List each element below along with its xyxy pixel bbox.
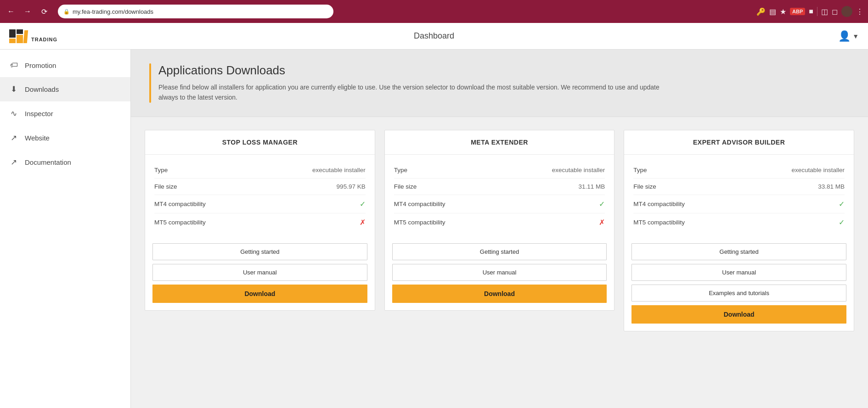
- row-value: executable installer: [312, 167, 366, 173]
- download-button-expert-advisor-builder[interactable]: Download: [631, 305, 846, 324]
- app-header: TRADING Dashboard 👤 ▼: [0, 23, 868, 50]
- row-label: File size: [633, 183, 656, 190]
- row-value: ✓: [839, 218, 845, 227]
- card-actions-stop-loss-manager: Getting startedUser manualDownload: [145, 239, 375, 310]
- page-title: Applications Downloads: [158, 63, 664, 78]
- user-chevron-icon: ▼: [852, 33, 859, 40]
- user-manual-button-expert-advisor-builder[interactable]: User manual: [631, 264, 846, 281]
- card-header-meta-extender: META EXTENDER: [385, 130, 614, 155]
- card-row: File size995.97 KB: [154, 179, 366, 195]
- row-label: Type: [154, 167, 168, 173]
- row-value: 31.11 MB: [579, 183, 605, 190]
- card-row: MT4 compactibility✓: [154, 195, 366, 213]
- row-value: ✓: [360, 200, 366, 208]
- card-row: Typeexecutable installer: [633, 162, 845, 179]
- separator: [817, 7, 817, 16]
- app-container: TRADING Dashboard 👤 ▼ 🏷 Promotion ⬇ Down…: [0, 23, 868, 408]
- tab-strip-icon[interactable]: ◫: [821, 7, 828, 16]
- row-label: Type: [394, 167, 407, 173]
- promotion-icon: 🏷: [9, 61, 18, 70]
- row-value: ✗: [360, 218, 366, 227]
- download-button-meta-extender[interactable]: Download: [392, 285, 607, 303]
- header-title: Dashboard: [414, 31, 454, 41]
- row-label: MT4 compactibility: [394, 201, 445, 207]
- card-header-expert-advisor-builder: EXPERT ADVISOR BUILDER: [624, 130, 854, 155]
- card-row: MT4 compactibility✓: [633, 195, 845, 213]
- sidebar-item-inspector[interactable]: ∿ Inspector: [0, 101, 130, 126]
- getting-started-button-meta-extender[interactable]: Getting started: [392, 243, 607, 260]
- cast-icon[interactable]: ▤: [769, 7, 776, 16]
- row-value: ✓: [599, 200, 605, 208]
- getting-started-button-expert-advisor-builder[interactable]: Getting started: [631, 243, 846, 260]
- main-layout: 🏷 Promotion ⬇ Downloads ∿ Inspector ↗ We…: [0, 50, 868, 408]
- download-card-stop-loss-manager: STOP LOSS MANAGERTypeexecutable installe…: [145, 130, 375, 311]
- user-manual-button-meta-extender[interactable]: User manual: [392, 264, 607, 281]
- sidebar-label-documentation: Documentation: [25, 158, 71, 166]
- row-label: MT5 compactibility: [394, 219, 445, 226]
- row-value: ✗: [599, 218, 605, 227]
- card-body-meta-extender: Typeexecutable installerFile size31.11 M…: [385, 155, 614, 239]
- page-header-text: Applications Downloads Please find below…: [158, 63, 664, 103]
- row-label: File size: [394, 183, 417, 190]
- documentation-icon: ↗: [9, 157, 18, 167]
- row-value: executable installer: [552, 167, 605, 173]
- logo-text: TRADING: [31, 37, 57, 43]
- examples-tutorials-button-expert-advisor-builder[interactable]: Examples and tutorials: [631, 285, 846, 302]
- lock-icon: 🔒: [63, 9, 70, 15]
- url-text: my.fea-trading.com/downloads: [73, 8, 153, 15]
- user-avatar-icon: 👤: [838, 30, 851, 42]
- page-header-banner: Applications Downloads Please find below…: [131, 50, 868, 117]
- sidebar-label-promotion: Promotion: [25, 61, 56, 69]
- sidebar-item-documentation[interactable]: ↗ Documentation: [0, 150, 130, 174]
- row-label: MT4 compactibility: [154, 201, 206, 207]
- adblock-icon[interactable]: ABP: [790, 8, 805, 15]
- card-body-stop-loss-manager: Typeexecutable installerFile size995.97 …: [145, 155, 375, 239]
- row-value: ✓: [839, 200, 845, 208]
- user-manual-button-stop-loss-manager[interactable]: User manual: [152, 264, 367, 281]
- download-card-meta-extender: META EXTENDERTypeexecutable installerFil…: [384, 130, 615, 311]
- card-title-stop-loss-manager: STOP LOSS MANAGER: [152, 139, 367, 146]
- row-label: MT4 compactibility: [633, 201, 685, 207]
- row-label: File size: [154, 183, 177, 190]
- card-row: MT5 compactibility✓: [633, 213, 845, 231]
- sidebar-item-website[interactable]: ↗ Website: [0, 126, 130, 150]
- sidebar-label-inspector: Inspector: [25, 110, 53, 117]
- address-bar[interactable]: 🔒 my.fea-trading.com/downloads: [58, 5, 333, 18]
- row-label: MT5 compactibility: [154, 219, 206, 226]
- card-actions-meta-extender: Getting startedUser manualDownload: [385, 239, 614, 310]
- card-row: MT5 compactibility✗: [394, 213, 605, 231]
- extensions-icon[interactable]: ■: [809, 7, 813, 16]
- browser-chrome: ← → ⟳ 🔒 my.fea-trading.com/downloads 🔑 ▤…: [0, 0, 868, 23]
- card-row: MT4 compactibility✓: [394, 195, 605, 213]
- refresh-button[interactable]: ⟳: [38, 5, 51, 18]
- forward-button[interactable]: →: [21, 5, 34, 18]
- sidebar-item-downloads[interactable]: ⬇ Downloads: [0, 77, 130, 101]
- card-row: Typeexecutable installer: [154, 162, 366, 179]
- website-icon: ↗: [9, 133, 18, 143]
- logo-blocks: [9, 29, 28, 43]
- card-title-expert-advisor-builder: EXPERT ADVISOR BUILDER: [631, 139, 846, 146]
- profile-avatar[interactable]: [841, 6, 852, 17]
- inspector-icon: ∿: [9, 109, 18, 118]
- key-icon[interactable]: 🔑: [756, 7, 766, 16]
- bookmark-star-icon[interactable]: ★: [780, 7, 786, 16]
- getting-started-button-stop-loss-manager[interactable]: Getting started: [152, 243, 367, 260]
- sidebar-label-website: Website: [25, 134, 50, 142]
- card-row: File size31.11 MB: [394, 179, 605, 195]
- sidebar: 🏷 Promotion ⬇ Downloads ∿ Inspector ↗ We…: [0, 50, 131, 408]
- card-row: File size33.81 MB: [633, 179, 845, 195]
- menu-icon[interactable]: ⋮: [856, 7, 863, 16]
- sidebar-item-promotion[interactable]: 🏷 Promotion: [0, 53, 130, 77]
- card-title-meta-extender: META EXTENDER: [392, 139, 607, 146]
- page-description: Please find below all installers for app…: [158, 82, 664, 103]
- card-actions-expert-advisor-builder: Getting startedUser manualExamples and t…: [624, 239, 854, 331]
- window-icon[interactable]: ◻: [832, 7, 838, 16]
- card-body-expert-advisor-builder: Typeexecutable installerFile size33.81 M…: [624, 155, 854, 239]
- row-value: 995.97 KB: [337, 183, 366, 190]
- download-card-expert-advisor-builder: EXPERT ADVISOR BUILDERTypeexecutable ins…: [624, 130, 854, 331]
- user-menu-trigger[interactable]: 👤 ▼: [838, 30, 859, 42]
- back-button[interactable]: ←: [5, 5, 17, 18]
- cards-container: STOP LOSS MANAGERTypeexecutable installe…: [131, 117, 868, 344]
- card-header-stop-loss-manager: STOP LOSS MANAGER: [145, 130, 375, 155]
- download-button-stop-loss-manager[interactable]: Download: [152, 285, 367, 303]
